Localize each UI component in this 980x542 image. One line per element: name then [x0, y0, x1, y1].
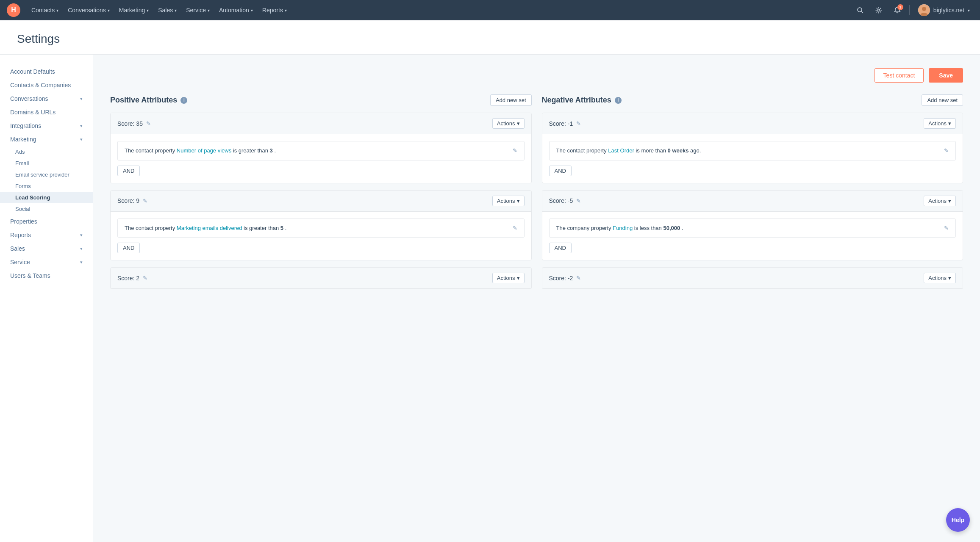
negative-score-card-1: Score: -1 ✎ Actions ▾ The conta: [542, 113, 963, 183]
negative-and-button-2[interactable]: AND: [549, 243, 572, 253]
positive-card-1-actions-button[interactable]: Actions ▾: [492, 118, 525, 129]
hubspot-logo[interactable]: H: [7, 3, 20, 17]
negative-condition-2: The company property Funding is less tha…: [549, 218, 956, 238]
chevron-down-icon: ▾: [56, 8, 58, 13]
search-button[interactable]: [853, 3, 867, 17]
sidebar-item-users-teams[interactable]: Users & Teams: [0, 269, 93, 282]
page-wrap: Settings Account Defaults Contacts & Com…: [0, 20, 980, 542]
positive-condition-2: The contact property Marketing emails de…: [117, 218, 525, 238]
sidebar-item-reports[interactable]: Reports ▾: [0, 228, 93, 242]
content-wrap: Account Defaults Contacts & Companies Co…: [0, 55, 980, 542]
sidebar-item-service[interactable]: Service ▾: [0, 255, 93, 269]
negative-card-1-actions-button[interactable]: Actions ▾: [924, 118, 956, 129]
negative-condition-1: The contact property Last Order is more …: [549, 141, 956, 160]
chevron-down-icon: ▾: [147, 8, 149, 13]
positive-heading-row: Positive Attributes i Add new set: [110, 94, 532, 106]
svg-line-3: [861, 11, 863, 13]
positive-card-2-header: Score: 9 ✎ Actions ▾: [111, 191, 531, 212]
edit-neg-score-2-icon[interactable]: ✎: [576, 198, 581, 204]
negative-card-2-actions-button[interactable]: Actions ▾: [924, 196, 956, 206]
help-button[interactable]: Help: [946, 508, 970, 532]
edit-condition-2-icon[interactable]: ✎: [513, 224, 517, 232]
dropdown-icon: ▾: [517, 275, 520, 281]
positive-card-2-actions-button[interactable]: Actions ▾: [492, 196, 525, 206]
negative-card-2-body: The company property Funding is less tha…: [542, 212, 963, 260]
sidebar-item-conversations[interactable]: Conversations ▾: [0, 92, 93, 105]
negative-card-3-actions-button[interactable]: Actions ▾: [924, 273, 956, 283]
dropdown-icon: ▾: [517, 198, 520, 204]
negative-and-button-1[interactable]: AND: [549, 166, 572, 176]
negative-card-1-header: Score: -1 ✎ Actions ▾: [542, 113, 963, 134]
edit-neg-condition-2-icon[interactable]: ✎: [944, 224, 949, 232]
nav-service[interactable]: Service ▾: [182, 4, 214, 16]
nav-items: Contacts ▾ Conversations ▾ Marketing ▾ S…: [27, 4, 853, 16]
property-link-page-views[interactable]: Number of page views: [177, 147, 231, 154]
sidebar-item-sales[interactable]: Sales ▾: [0, 242, 93, 255]
positive-score-3-label: Score: 2 ✎: [117, 275, 147, 282]
chevron-down-icon: ▾: [108, 8, 110, 13]
sidebar-item-properties[interactable]: Properties: [0, 215, 93, 228]
negative-card-1-body: The contact property Last Order is more …: [542, 134, 963, 183]
positive-info-icon[interactable]: i: [180, 97, 187, 104]
positive-card-2-body: The contact property Marketing emails de…: [111, 212, 531, 260]
settings-button[interactable]: [872, 3, 886, 17]
notifications-button[interactable]: 1: [891, 3, 904, 17]
positive-attributes-title: Positive Attributes i: [110, 96, 187, 105]
sidebar-item-account-defaults[interactable]: Account Defaults: [0, 65, 93, 78]
edit-score-3-icon[interactable]: ✎: [143, 275, 147, 281]
positive-attributes-column: Positive Attributes i Add new set Score:…: [110, 94, 532, 296]
nav-conversations[interactable]: Conversations ▾: [64, 4, 114, 16]
positive-add-new-set-button[interactable]: Add new set: [490, 94, 532, 106]
sidebar-item-social[interactable]: Social: [0, 203, 93, 215]
sidebar-item-domains[interactable]: Domains & URLs: [0, 105, 93, 119]
nav-reports[interactable]: Reports ▾: [258, 4, 291, 16]
sidebar-item-contacts-companies[interactable]: Contacts & Companies: [0, 78, 93, 92]
test-contact-button[interactable]: Test contact: [875, 68, 924, 83]
nav-automation[interactable]: Automation ▾: [215, 4, 257, 16]
chevron-down-icon: ▾: [80, 96, 83, 102]
negative-info-icon[interactable]: i: [615, 97, 622, 104]
nav-contacts[interactable]: Contacts ▾: [27, 4, 63, 16]
chevron-down-icon: ▾: [80, 123, 83, 129]
edit-neg-condition-1-icon[interactable]: ✎: [944, 147, 949, 155]
negative-score-2-label: Score: -5 ✎: [549, 197, 581, 204]
nav-sales[interactable]: Sales ▾: [154, 4, 181, 16]
negative-attributes-title: Negative Attributes i: [542, 96, 622, 105]
positive-card-1-body: The contact property Number of page view…: [111, 134, 531, 183]
save-button[interactable]: Save: [929, 68, 963, 83]
chevron-down-icon: ▾: [80, 246, 83, 252]
positive-and-button-2[interactable]: AND: [117, 243, 140, 253]
sidebar-item-ads[interactable]: Ads: [0, 146, 93, 158]
edit-neg-score-1-icon[interactable]: ✎: [576, 120, 581, 127]
negative-heading-row: Negative Attributes i Add new set: [542, 94, 963, 106]
dropdown-icon: ▾: [517, 120, 520, 127]
sidebar-item-integrations[interactable]: Integrations ▾: [0, 119, 93, 133]
svg-point-6: [922, 7, 926, 11]
sidebar-item-email[interactable]: Email: [0, 158, 93, 169]
edit-condition-1-icon[interactable]: ✎: [513, 147, 517, 155]
edit-score-1-icon[interactable]: ✎: [146, 120, 151, 127]
user-chevron-icon: ▾: [968, 8, 970, 13]
edit-neg-score-3-icon[interactable]: ✎: [576, 275, 581, 281]
negative-card-3-header: Score: -2 ✎ Actions ▾: [542, 268, 963, 289]
dropdown-icon: ▾: [948, 275, 951, 281]
chevron-down-icon: ▾: [80, 137, 83, 142]
property-link-marketing-emails[interactable]: Marketing emails delivered: [177, 225, 242, 231]
edit-score-2-icon[interactable]: ✎: [143, 198, 147, 204]
property-link-last-order[interactable]: Last Order: [608, 147, 634, 154]
property-link-funding[interactable]: Funding: [613, 225, 633, 231]
positive-and-button-1[interactable]: AND: [117, 166, 140, 176]
top-navigation: H Contacts ▾ Conversations ▾ Marketing ▾…: [0, 0, 980, 20]
sidebar-item-email-service-provider[interactable]: Email service provider: [0, 169, 93, 180]
negative-attributes-column: Negative Attributes i Add new set Score:…: [542, 94, 963, 296]
nav-divider: [909, 5, 910, 15]
chevron-down-icon: ▾: [208, 8, 210, 13]
negative-add-new-set-button[interactable]: Add new set: [922, 94, 963, 106]
sidebar-item-marketing[interactable]: Marketing ▾: [0, 133, 93, 146]
nav-marketing[interactable]: Marketing ▾: [115, 4, 153, 16]
user-menu[interactable]: biglytics.net ▾: [915, 3, 973, 18]
sidebar-item-forms[interactable]: Forms: [0, 180, 93, 192]
top-action-buttons: Test contact Save: [110, 68, 963, 83]
positive-card-3-actions-button[interactable]: Actions ▾: [492, 273, 525, 283]
sidebar-item-lead-scoring[interactable]: Lead Scoring: [0, 192, 93, 203]
